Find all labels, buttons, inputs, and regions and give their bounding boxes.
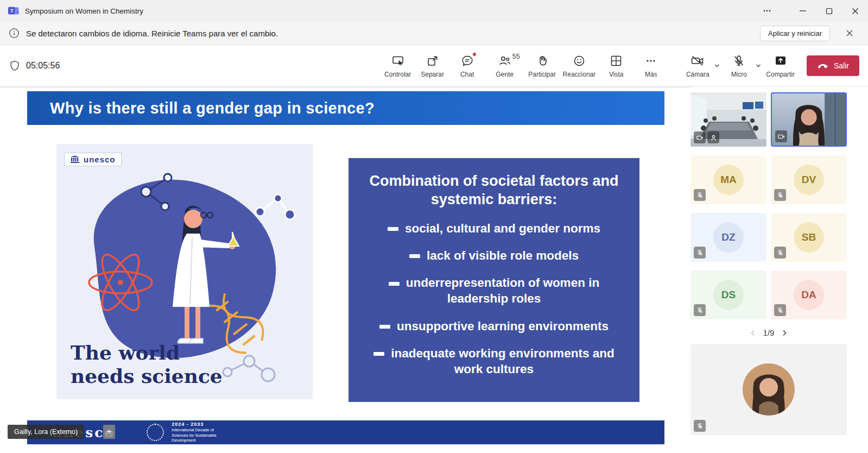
close-icon — [846, 29, 853, 37]
initials-avatar: DS — [713, 280, 744, 310]
people-icon — [498, 54, 511, 67]
vista-button[interactable]: Vista — [600, 54, 632, 78]
separar-label: Separar — [421, 71, 444, 78]
maximize-button[interactable] — [816, 0, 842, 22]
decade-line-2: Sciences for Sustainable — [172, 433, 217, 438]
toolbar-right-group: Cámara Micro Com — [681, 54, 859, 78]
salir-button[interactable]: Salir — [807, 55, 859, 76]
svg-text:T: T — [10, 8, 14, 14]
mas-button[interactable]: Más — [635, 54, 667, 78]
bullet-dash — [389, 282, 400, 286]
participant-tile[interactable]: DS — [690, 270, 766, 319]
mic-muted-icon — [694, 420, 706, 432]
minimize-icon — [799, 7, 807, 15]
react-smiley-icon — [573, 54, 586, 67]
camera-switch-icon[interactable] — [775, 130, 787, 142]
unesco-badge-label: unesco — [84, 155, 116, 164]
info-icon — [9, 28, 20, 39]
participant-tile[interactable]: DA — [771, 270, 847, 319]
caption-line-2: needs science — [71, 364, 223, 387]
teams-logo-icon: T — [8, 5, 20, 17]
banner-close-button[interactable] — [840, 23, 859, 43]
mic-muted-icon — [694, 189, 706, 201]
minimize-button[interactable] — [790, 0, 816, 22]
reaccionar-button[interactable]: Reaccionar — [561, 54, 598, 78]
initials-avatar: SB — [794, 222, 824, 253]
reaccionar-label: Reaccionar — [563, 71, 596, 78]
camara-button[interactable]: Cámara — [681, 54, 714, 78]
bullet-item: unsupportive learning environments — [358, 318, 630, 334]
close-window-button[interactable] — [842, 0, 868, 22]
panel-heading: Combination of societal factors and syst… — [358, 172, 630, 209]
chevron-right-icon — [781, 329, 788, 337]
participant-photo-avatar — [743, 363, 795, 416]
room-video-tile[interactable] — [690, 92, 766, 147]
participant-tile[interactable]: DV — [771, 155, 847, 204]
meeting-toolbar: 05:05:56 Controlar Separar — [0, 45, 868, 87]
bottom-video-tile[interactable] — [690, 344, 847, 435]
participar-button[interactable]: Participar — [526, 54, 559, 78]
participant-tile-grid: MA DV DZ SB DS — [690, 92, 847, 319]
mic-muted-icon — [774, 189, 786, 201]
language-change-banner: Se detectaron cambios de idioma. Reinici… — [0, 22, 868, 45]
people-view-icon[interactable] — [707, 131, 719, 143]
caption-line-1: The world — [71, 341, 223, 364]
room-tile-badges — [694, 131, 719, 143]
participant-tile[interactable]: MA — [690, 155, 766, 204]
chat-button[interactable]: Chat — [451, 54, 484, 78]
mic-muted-icon — [774, 247, 786, 259]
micro-label: Micro — [731, 71, 747, 78]
bullet-text: lack of visible role models — [427, 249, 579, 262]
bullet-text: underrepresentation of women in leadersh… — [406, 276, 599, 305]
unesco-illustration-card: unesco The world needs science — [56, 144, 313, 399]
titlebar-more-button[interactable] — [754, 0, 780, 22]
participant-tile[interactable]: SB — [771, 213, 847, 262]
bullet-item: social, cultural and gender norms — [358, 221, 630, 236]
mic-off-icon — [732, 54, 745, 67]
page-indicator: 1/9 — [763, 328, 775, 337]
slide-text-panel: Combination of societal factors and syst… — [349, 158, 639, 402]
unesco-badge: unesco — [64, 153, 122, 166]
presenter-name-tag: Gailly, Lora (Externo) — [8, 425, 84, 439]
camera-switch-icon[interactable] — [694, 131, 706, 143]
banner-message: Se detectaron cambios de idioma. Reinici… — [26, 29, 278, 38]
initials-avatar: DA — [794, 280, 824, 310]
presentation-slide: Why is there still a gender gap in scien… — [27, 91, 664, 444]
chevron-down-icon — [714, 62, 720, 69]
unesco-temple-icon — [70, 155, 80, 163]
next-page-button[interactable] — [781, 329, 788, 337]
presenter-tile-badges — [775, 130, 787, 142]
popout-icon — [426, 54, 439, 67]
prev-page-button[interactable] — [749, 329, 757, 337]
more-icon — [644, 54, 657, 67]
participant-tile[interactable]: DZ — [690, 213, 766, 262]
shared-content-stage: Why is there still a gender gap in scien… — [0, 87, 690, 453]
meeting-timer-group: 05:05:56 — [9, 60, 60, 72]
chat-icon — [461, 54, 474, 67]
add-overlay-button[interactable]: + — [103, 425, 115, 439]
presenter-video-tile[interactable] — [771, 92, 847, 147]
bullet-item: underrepresentation of women in leadersh… — [358, 275, 630, 307]
gente-button[interactable]: 55 Gente — [486, 54, 524, 78]
controlar-button[interactable]: Controlar — [382, 54, 414, 78]
separar-button[interactable]: Separar — [416, 54, 449, 78]
decade-text-block: 2024 - 2033 International Decade of Scie… — [172, 421, 217, 443]
chat-label: Chat — [460, 71, 474, 78]
chevron-down-icon — [755, 62, 762, 69]
participants-sidebar: MA DV DZ SB DS — [690, 87, 868, 453]
apply-restart-button[interactable]: Aplicar y reiniciar — [760, 26, 830, 41]
maximize-icon — [826, 8, 833, 15]
chevron-left-icon — [749, 329, 757, 337]
compartir-button[interactable]: Compartir — [764, 54, 797, 78]
controlar-label: Controlar — [384, 71, 411, 78]
view-grid-icon — [610, 54, 623, 67]
bullet-dash — [409, 254, 420, 258]
meeting-timer: 05:05:56 — [26, 61, 60, 71]
ellipsis-icon — [763, 7, 771, 15]
slide-caption: The world needs science — [71, 341, 223, 387]
bullet-text: inadequate working environments and work… — [391, 347, 614, 376]
micro-chevron-button[interactable] — [755, 62, 762, 69]
camara-chevron-button[interactable] — [714, 62, 720, 69]
slide-footer: unesco 2024 - 2033 International Decade … — [27, 420, 664, 444]
micro-button[interactable]: Micro — [723, 54, 755, 78]
